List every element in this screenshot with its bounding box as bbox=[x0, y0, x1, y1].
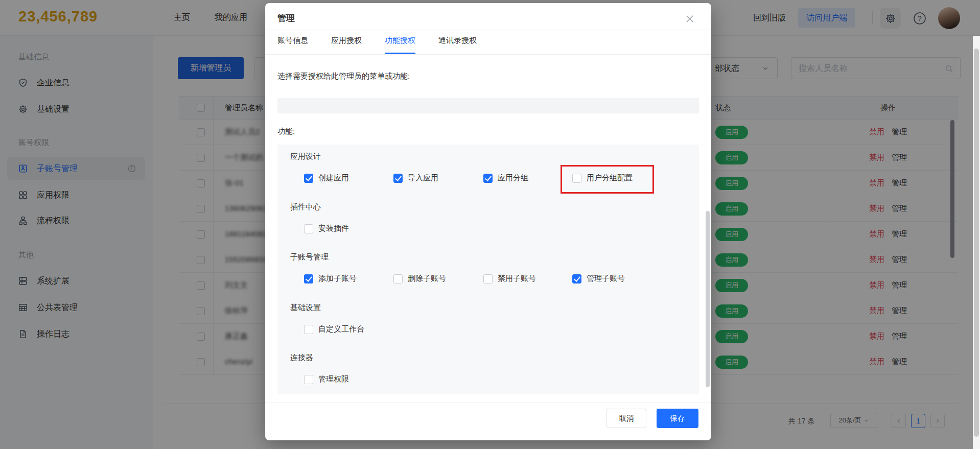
cancel-button[interactable]: 取消 bbox=[606, 409, 646, 428]
checkbox[interactable] bbox=[572, 274, 581, 283]
checkbox-item-delete-subaccount[interactable]: 删除子账号 bbox=[393, 274, 446, 283]
checkbox-item-add-subaccount[interactable]: 添加子账号 bbox=[304, 274, 357, 283]
checkbox[interactable] bbox=[304, 325, 313, 334]
checkbox-label: 管理子账号 bbox=[587, 274, 625, 283]
checkbox-label: 删除子账号 bbox=[408, 274, 446, 283]
checkbox[interactable] bbox=[304, 375, 313, 384]
checkbox-label: 创建应用 bbox=[318, 173, 349, 183]
checkbox-item-install-plugin[interactable]: 安装插件 bbox=[304, 224, 349, 233]
save-button[interactable]: 保存 bbox=[657, 409, 698, 428]
page-scrollbar-thumb[interactable] bbox=[974, 49, 979, 437]
modal-footer-divider bbox=[265, 403, 711, 403]
checkbox-label: 管理权限 bbox=[318, 374, 349, 384]
checkbox-label: 添加子账号 bbox=[318, 274, 357, 283]
modal-title: 管理 bbox=[277, 12, 295, 24]
checkbox-item-app-group[interactable]: 应用分组 bbox=[483, 173, 528, 183]
checkbox-label: 导入应用 bbox=[408, 173, 438, 183]
checkbox-item-manage-permission[interactable]: 管理权限 bbox=[304, 374, 349, 384]
checkbox-item-create-app[interactable]: 创建应用 bbox=[304, 173, 349, 183]
checkbox[interactable] bbox=[393, 174, 403, 183]
tabbar-divider bbox=[265, 54, 711, 55]
modal-scrollbar[interactable] bbox=[706, 211, 710, 387]
checkbox[interactable] bbox=[304, 274, 313, 283]
annotation-box bbox=[561, 165, 654, 194]
function-panel: 应用设计 创建应用 导入应用 应用分组 用户分组配置 插件中心 安装插件 子账号… bbox=[277, 145, 699, 394]
tab-app-auth[interactable]: 应用授权 bbox=[331, 36, 362, 45]
function-label: 功能: bbox=[277, 127, 295, 136]
checkbox-item-custom-workbench[interactable]: 自定义工作台 bbox=[304, 324, 364, 334]
checkbox-item-import-app[interactable]: 导入应用 bbox=[393, 173, 438, 183]
checkbox[interactable] bbox=[483, 274, 493, 283]
tab-account-info[interactable]: 账号信息 bbox=[277, 36, 308, 45]
checkbox[interactable] bbox=[483, 174, 493, 183]
tab-contacts-auth[interactable]: 通讯录授权 bbox=[438, 36, 477, 45]
checkbox-label: 禁用子账号 bbox=[498, 274, 536, 283]
modal-hint: 选择需要授权给此管理员的菜单或功能: bbox=[277, 72, 410, 81]
close-icon[interactable] bbox=[684, 13, 695, 25]
group-title-basic-settings: 基础设置 bbox=[290, 303, 321, 313]
manage-modal: 管理 账号信息 应用授权 功能授权 通讯录授权 选择需要授权给此管理员的菜单或功… bbox=[265, 3, 711, 440]
group-title-subaccount-mgmt: 子账号管理 bbox=[290, 252, 329, 262]
group-title-app-design: 应用设计 bbox=[290, 152, 321, 161]
group-title-plugin-center: 插件中心 bbox=[290, 202, 321, 212]
tab-function-auth[interactable]: 功能授权 bbox=[385, 36, 415, 45]
group-title-connector: 连接器 bbox=[290, 353, 313, 363]
modal-header-divider bbox=[265, 30, 711, 30]
page-scrollbar[interactable] bbox=[973, 36, 980, 449]
checkbox-label: 自定义工作台 bbox=[318, 324, 364, 334]
checkbox-item-manage-subaccount[interactable]: 管理子账号 bbox=[572, 274, 625, 283]
checkbox[interactable] bbox=[393, 274, 403, 283]
checkbox[interactable] bbox=[304, 224, 313, 233]
checkbox-item-disable-subaccount[interactable]: 禁用子账号 bbox=[483, 274, 536, 283]
checkbox-label: 安装插件 bbox=[318, 224, 349, 233]
checkbox-label: 应用分组 bbox=[498, 173, 528, 183]
checkbox[interactable] bbox=[304, 174, 313, 183]
function-search-bar[interactable] bbox=[277, 98, 699, 113]
